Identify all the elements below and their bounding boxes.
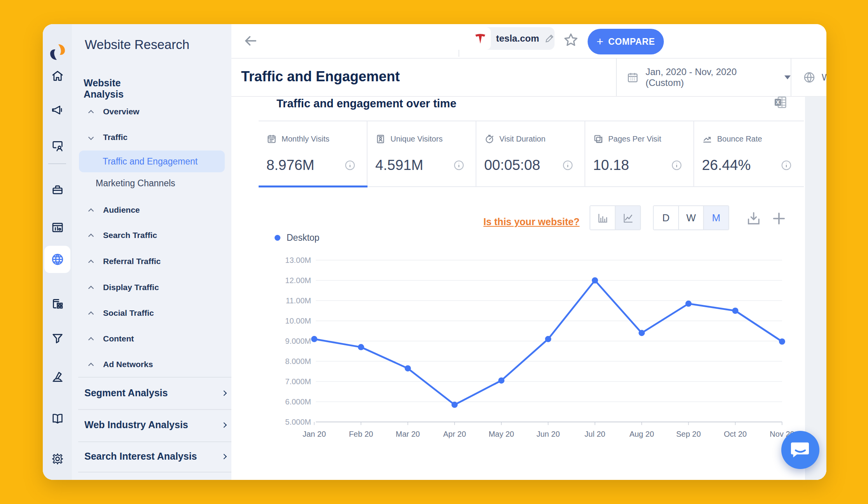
- sidebar-section-label: Web Industry Analysis: [84, 419, 188, 430]
- sidebar-item-label: Search Traffic: [103, 231, 157, 240]
- sidebar-section-search-interest-analysis[interactable]: Search Interest Analysis: [84, 451, 240, 462]
- export-excel-button[interactable]: X: [774, 95, 788, 109]
- sidebar-item-traffic-and-engagement[interactable]: Traffic and Engagement: [79, 150, 225, 172]
- divider: [458, 50, 459, 57]
- granularity-toggle: DWM: [653, 205, 729, 230]
- favorite-star-button[interactable]: [563, 32, 579, 48]
- x-axis-label: Mar 20: [396, 430, 420, 438]
- granularity-d-button[interactable]: D: [654, 206, 679, 229]
- back-arrow-icon: [243, 34, 257, 48]
- svg-text:X: X: [776, 99, 780, 105]
- metric-tab-bounce-rate[interactable]: Bounce Rate 26.44%: [694, 121, 803, 186]
- sidebar-section-segment-analysis[interactable]: Segment Analysis: [84, 387, 240, 399]
- section-title: Traffic and engagement over time: [276, 97, 457, 110]
- metric-tab-pages-per-visit[interactable]: Pages Per Visit 10.18: [585, 121, 694, 186]
- sidebar-section-web-industry-analysis[interactable]: Web Industry Analysis: [84, 419, 240, 430]
- data-point[interactable]: [358, 344, 364, 350]
- data-point[interactable]: [452, 402, 458, 408]
- sidebar-item-referral-traffic[interactable]: Referral Traffic: [72, 250, 231, 272]
- granularity-m-button[interactable]: M: [704, 206, 728, 229]
- chevron-up-icon: [88, 312, 94, 317]
- metric-value: 26.44%: [702, 157, 751, 173]
- sidebar-item-traffic[interactable]: Traffic: [72, 126, 231, 148]
- date-range-picker[interactable]: Jan, 2020 - Nov, 2020 (Custom): [616, 58, 791, 97]
- bar-chart-toggle-button[interactable]: [590, 206, 616, 229]
- sidebar-item-social-traffic[interactable]: Social Traffic: [72, 302, 231, 324]
- data-point[interactable]: [545, 336, 551, 342]
- metric-tab-visit-duration[interactable]: Visit Duration 00:05:08: [476, 121, 585, 186]
- sidebar-item-display-traffic[interactable]: Display Traffic: [72, 276, 231, 298]
- line-chart-toggle-button[interactable]: [616, 206, 640, 229]
- country-filter[interactable]: Worldwide: [791, 58, 826, 97]
- sidebar-item-content[interactable]: Content: [72, 328, 231, 350]
- info-icon[interactable]: [344, 159, 356, 171]
- x-axis-label: Apr 20: [443, 430, 466, 438]
- data-point[interactable]: [592, 277, 598, 284]
- bar-chart-icon: [597, 212, 609, 224]
- website-chip[interactable]: tesla.com: [470, 27, 555, 50]
- sidebar-item-marketing-channels[interactable]: Marketing Channels: [72, 172, 231, 194]
- library-icon[interactable]: [43, 408, 72, 429]
- sidebar-item-overview[interactable]: Overview: [72, 101, 231, 122]
- sidebar-item-audience[interactable]: Audience: [72, 199, 231, 221]
- metric-label: Bounce Rate: [717, 135, 762, 144]
- chevron-up-icon: [88, 234, 94, 239]
- sidebar-item-ad-networks[interactable]: Ad Networks: [72, 354, 231, 375]
- campaigns-icon[interactable]: [43, 99, 72, 121]
- sidebar-divider: [78, 441, 248, 442]
- compare-button[interactable]: + COMPARE: [588, 29, 664, 54]
- website-research-icon[interactable]: [43, 248, 72, 270]
- add-metric-button[interactable]: [771, 211, 787, 226]
- sidebar-item-label: Marketing Channels: [96, 178, 175, 189]
- info-icon[interactable]: [562, 159, 574, 171]
- data-point[interactable]: [311, 336, 317, 342]
- granularity-w-button[interactable]: W: [679, 206, 704, 229]
- stopwatch-icon: [484, 134, 495, 144]
- metric-tab-monthly-visits[interactable]: Monthly Visits 8.976M: [259, 121, 368, 186]
- metric-label: Unique Visitors: [390, 135, 443, 144]
- rail-divider: [48, 163, 66, 164]
- metric-tabs: Monthly Visits 8.976M Unique Visitors 4.…: [259, 121, 804, 187]
- funnel-analysis-icon[interactable]: [43, 327, 72, 349]
- sidebar-group-label: Website Analysis: [84, 77, 128, 100]
- y-axis-label: 5.000M: [285, 418, 311, 426]
- app-window: Website Research Website Analysis Overvi…: [43, 24, 826, 480]
- sidebar-item-label: Traffic and Engagement: [103, 156, 198, 167]
- research-lab-icon[interactable]: [43, 366, 72, 388]
- sidebar-item-search-traffic[interactable]: Search Traffic: [72, 224, 231, 246]
- sales-assistant-icon[interactable]: [43, 135, 72, 157]
- is-this-your-website-link[interactable]: Is this your website?: [483, 216, 579, 228]
- metric-value: 10.18: [593, 157, 629, 173]
- sidebar-divider: [78, 377, 248, 378]
- chevron-down-icon: [88, 135, 94, 140]
- settings-icon[interactable]: [43, 448, 72, 470]
- market-analysis-icon[interactable]: [43, 217, 72, 238]
- data-point[interactable]: [685, 301, 691, 307]
- x-axis-label: Feb 20: [349, 430, 373, 438]
- data-point[interactable]: [732, 308, 738, 314]
- traffic-line-chart[interactable]: 13.00M12.00M11.00M10.00M9.000M8.000M7.00…: [231, 233, 826, 451]
- data-point[interactable]: [405, 365, 411, 371]
- x-axis-label: Jan 20: [303, 430, 326, 438]
- globe-icon: [803, 71, 816, 84]
- chevron-up-icon: [88, 363, 94, 368]
- info-icon[interactable]: [453, 159, 465, 171]
- apps-icon[interactable]: [43, 179, 72, 201]
- edit-pencil-icon[interactable]: [544, 33, 555, 44]
- chat-bubble-button[interactable]: [781, 431, 819, 469]
- back-button[interactable]: [243, 34, 257, 48]
- info-icon[interactable]: [671, 159, 682, 171]
- domain-label: tesla.com: [496, 33, 539, 44]
- y-axis-label: 13.00M: [285, 256, 311, 264]
- data-point[interactable]: [639, 330, 645, 336]
- x-axis-label: Aug 20: [629, 430, 654, 438]
- sidebar-group-website-analysis[interactable]: Website Analysis: [84, 77, 247, 100]
- info-icon[interactable]: [780, 159, 792, 171]
- data-point[interactable]: [498, 377, 504, 383]
- company-research-icon[interactable]: [43, 293, 72, 315]
- metric-value: 8.976M: [266, 157, 314, 173]
- download-button[interactable]: [746, 211, 761, 226]
- metric-tab-unique-visitors[interactable]: Unique Visitors 4.591M: [368, 121, 476, 186]
- home-icon[interactable]: [43, 65, 72, 87]
- data-point[interactable]: [779, 338, 785, 345]
